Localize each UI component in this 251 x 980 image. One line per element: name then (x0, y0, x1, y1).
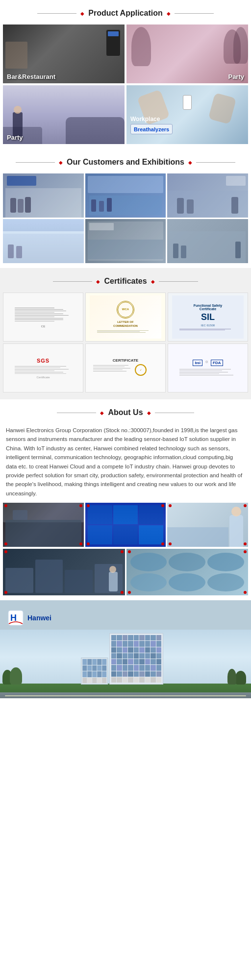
hanwei-name-label: Hanwei (27, 614, 51, 622)
header-line-left (57, 413, 96, 413)
section-header-product: ◆ Product Application ◆ (0, 0, 251, 24)
customers-section: ◆ Our Customers and Exhibitions ◆ (0, 149, 251, 268)
section-header-customers: ◆ Our Customers and Exhibitions ◆ (0, 149, 251, 173)
product-cell-workplace: Workplace Breathalyzers (126, 85, 248, 144)
product-cell-bar: Bar&Restaurant (3, 24, 125, 83)
customer-cell-3 (167, 173, 248, 218)
cert-cell-5: CERTIFICATE ✓ (85, 343, 166, 392)
customer-cell-1 (3, 173, 84, 218)
customer-cell-5 (85, 219, 166, 263)
cert-cell-1: CE (3, 293, 83, 342)
factory-photo-3 (167, 503, 248, 547)
photo-dot-tl (128, 550, 131, 553)
product-grid: Bar&Restaurant Party Party (0, 24, 251, 149)
factory-grid-bottom (0, 549, 251, 600)
product-cell-police: Party (3, 85, 125, 144)
hanwei-logo-icon: H (8, 610, 24, 626)
certificates-section: ◆ Certificates ◆ CE (0, 268, 251, 399)
header-line-right (155, 413, 194, 413)
about-text: Hanwei Electronics Group Corporation (St… (0, 424, 251, 503)
customer-cell-4 (3, 219, 84, 263)
diamond-left: ◆ (100, 410, 104, 416)
photo-dot-br (79, 542, 82, 545)
section-title-product: Product Application (88, 9, 162, 18)
customers-grid (0, 173, 251, 268)
cert-cell-4: SGS Certificate (3, 343, 83, 392)
section-header-about: ◆ About Us ◆ (0, 399, 251, 424)
section-title-certs: Certificates (104, 277, 147, 286)
product-application-section: ◆ Product Application ◆ Bar&Restaurant P… (0, 0, 251, 149)
photo-dot-bl (128, 591, 131, 594)
diamond-right: ◆ (151, 279, 155, 284)
hanwei-building-photo (0, 630, 251, 698)
header-line-left (37, 13, 76, 14)
factory-photo-1 (3, 503, 84, 547)
brand-box: Breathalyzers (130, 124, 173, 134)
cert-cell-3: Functional SafetyCertificate SIL IEC 615… (168, 293, 248, 342)
diamond-left: ◆ (80, 11, 84, 16)
section-title-about: About Us (108, 408, 143, 417)
svg-text:H: H (10, 613, 17, 623)
workplace-box: Workplace Breathalyzers (130, 116, 173, 134)
hanwei-logo-area: H Hanwei (0, 605, 251, 630)
photo-dot-tr (79, 504, 82, 507)
diamond-right: ◆ (188, 160, 192, 165)
photo-dot-tr (121, 550, 124, 553)
about-section: ◆ About Us ◆ Hanwei Electronics Group Co… (0, 399, 251, 600)
factory-photo-5 (126, 549, 249, 595)
header-line-left (16, 162, 55, 163)
diamond-right: ◆ (147, 410, 151, 416)
factory-photo-4 (3, 549, 125, 595)
diamond-left: ◆ (59, 160, 63, 165)
factory-photo-2 (85, 503, 166, 547)
factory-grid-top (0, 503, 251, 549)
label-police: Party (7, 134, 23, 141)
label-party: Party (228, 73, 244, 80)
certs-grid-top: CE WCA LETTER OFCOMMENDATION Functional … (0, 293, 251, 394)
brand-label: Breathalyzers (134, 126, 169, 132)
header-line-left (53, 281, 92, 282)
product-cell-party: Party (126, 24, 248, 83)
photo-dot-bl (87, 542, 90, 545)
diamond-right: ◆ (167, 11, 171, 16)
photo-dot-tl (87, 504, 90, 507)
diamond-left: ◆ (96, 279, 100, 284)
header-line-right (175, 13, 214, 14)
cert-cell-2: WCA LETTER OFCOMMENDATION (85, 293, 166, 342)
customer-cell-6 (167, 219, 248, 263)
section-header-certs: ◆ Certificates ◆ (0, 268, 251, 293)
label-workplace: Workplace (130, 116, 173, 122)
header-line-right (159, 281, 198, 282)
cert-cell-6: bsi ◎ FDA (168, 343, 248, 392)
customer-cell-2 (85, 173, 166, 218)
section-title-customers: Our Customers and Exhibitions (67, 158, 184, 167)
photo-dot-br (121, 591, 124, 594)
hanwei-section: H Hanwei (0, 600, 251, 698)
label-bar: Bar&Restaurant (7, 73, 55, 80)
cert-seal-gold: WCA (117, 301, 134, 318)
header-line-right (196, 162, 235, 163)
